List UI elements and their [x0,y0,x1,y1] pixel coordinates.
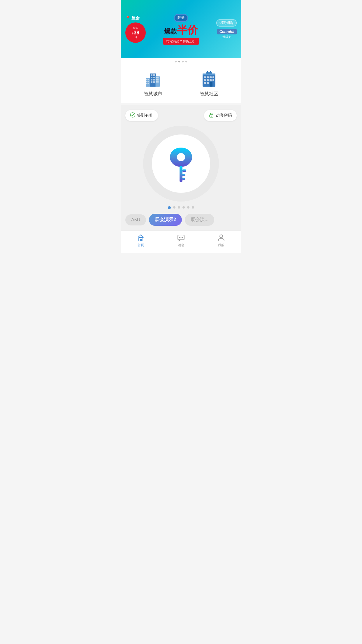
carousel-dot-6 [192,206,194,209]
svg-rect-30 [207,79,209,81]
svg-rect-33 [204,82,206,84]
svg-rect-27 [210,76,212,78]
profile-icon [217,234,225,242]
banner-dot-4 [185,61,187,62]
svg-rect-19 [156,79,157,80]
banner-dots [121,58,241,65]
carousel-dot-1 [168,206,171,209]
brand-sub: 丝塔芙 [222,35,231,39]
svg-rect-4 [148,81,149,82]
category-smart-city-label: 智慧城市 [144,91,162,97]
banner-left: 📍 屋会 全场 ¥ 39 起 [125,15,146,43]
svg-rect-45 [182,169,186,172]
key-icon [166,143,196,184]
messages-icon [177,234,185,242]
svg-rect-3 [146,81,147,82]
bottom-nav: 首页 消息 我的 [121,230,241,253]
key-tabs: A5U 展会演示2 展会演... [125,214,237,226]
carousel-dot-5 [187,206,189,209]
svg-rect-46 [182,174,185,176]
visitor-label: 访客密码 [216,113,232,118]
category-smart-community-label: 智慧社区 [200,91,218,97]
banner-limited-tag: 限量 [174,14,188,22]
svg-rect-17 [156,77,157,78]
svg-rect-11 [153,77,155,78]
home-icon [137,234,145,242]
svg-rect-5 [146,83,147,84]
svg-rect-21 [156,81,157,83]
banner-half-price: 爆款 半价 [164,23,198,37]
svg-rect-22 [157,81,159,83]
svg-rect-25 [204,76,206,78]
svg-rect-32 [212,79,214,81]
svg-rect-10 [151,77,152,78]
cetaphil-logo: Cetaphil 丝塔芙 [217,29,237,39]
nav-home[interactable]: 首页 [121,234,161,247]
nav-home-label: 首页 [138,243,144,247]
svg-rect-12 [151,79,152,80]
svg-rect-8 [151,74,152,76]
svg-point-52 [181,237,182,238]
nav-profile[interactable]: 我的 [201,234,241,247]
bind-key-button[interactable]: 绑定钥匙 [216,19,237,27]
svg-point-42 [211,116,212,117]
banner-price-badge: 全场 ¥ 39 起 [125,22,146,43]
svg-rect-2 [148,79,149,80]
price-value: 39 [133,30,139,35]
half-price-text1: 爆款 [164,27,177,36]
banner-expo-tag: 📍 屋会 [125,15,140,21]
visitor-button[interactable]: 访客密码 [204,110,237,121]
checkin-button[interactable]: 签到有礼 [125,110,158,121]
svg-rect-35 [210,82,212,87]
banner-dot-3 [182,61,184,62]
carousel-dot-4 [182,206,185,209]
banner-center: 限量 爆款 半价 指定商品 2 件折上折 [146,14,216,45]
smart-city-icon [144,71,162,88]
tab-demo2[interactable]: 展会演示2 [149,214,182,226]
category-section: 智慧城市 智慧社区 [121,65,241,103]
action-buttons: 签到有礼 访客密码 [125,110,237,121]
svg-rect-13 [153,79,155,80]
category-smart-community[interactable]: 智慧社区 [181,71,237,97]
banner: 📍 屋会 全场 ¥ 39 起 限量 爆款 半价 指定商品 2 件折上折 [121,0,241,58]
category-smart-city[interactable]: 智慧城市 [125,71,181,97]
svg-rect-18 [157,77,159,78]
banner-expo-text: 屋会 [131,15,140,21]
nav-messages[interactable]: 消息 [161,234,201,247]
pin-icon: 📍 [125,16,130,20]
key-circle-outer[interactable] [143,126,219,202]
banner-ribbon: 指定商品 2 件折上折 [163,38,199,45]
smart-community-icon [200,71,218,88]
svg-rect-37 [206,72,212,74]
svg-rect-15 [153,81,155,83]
svg-rect-31 [210,79,212,81]
svg-point-53 [182,237,183,238]
checkin-label: 签到有礼 [137,113,153,118]
checkin-icon [130,112,135,119]
svg-rect-1 [146,79,147,80]
lock-icon [209,112,214,119]
carousel-dots [125,206,237,209]
svg-point-54 [220,235,223,238]
svg-rect-44 [180,166,182,182]
tab-a5u[interactable]: A5U [125,214,146,225]
banner-right: 绑定钥匙 Cetaphil 丝塔芙 [216,19,237,39]
svg-rect-39 [210,71,211,73]
svg-rect-28 [212,76,214,78]
banner-dot-1 [175,61,177,62]
svg-rect-6 [148,83,149,84]
svg-rect-26 [207,76,209,78]
svg-rect-34 [207,82,209,84]
svg-rect-49 [140,239,142,241]
svg-rect-9 [153,74,155,76]
svg-rect-14 [151,81,152,83]
nav-messages-label: 消息 [178,243,184,247]
key-section: 签到有礼 访客密码 [121,105,241,230]
svg-rect-29 [204,79,206,81]
price-symbol: ¥ [132,31,134,35]
key-circle-inner [152,134,210,193]
svg-rect-38 [207,71,208,73]
svg-rect-20 [157,79,159,80]
tab-demo3[interactable]: 展会演... [185,214,214,226]
svg-point-40 [130,113,135,117]
